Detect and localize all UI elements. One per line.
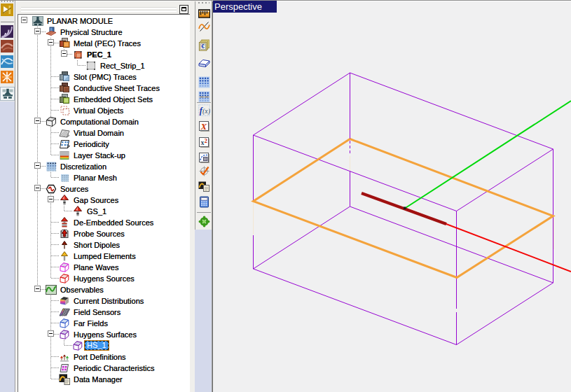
svg-text:2: 2 xyxy=(204,137,207,144)
svg-text:(x): (x) xyxy=(202,107,210,115)
svg-text:€: € xyxy=(201,43,205,50)
svg-text:X: X xyxy=(200,120,207,131)
svg-text:x: x xyxy=(200,139,204,146)
